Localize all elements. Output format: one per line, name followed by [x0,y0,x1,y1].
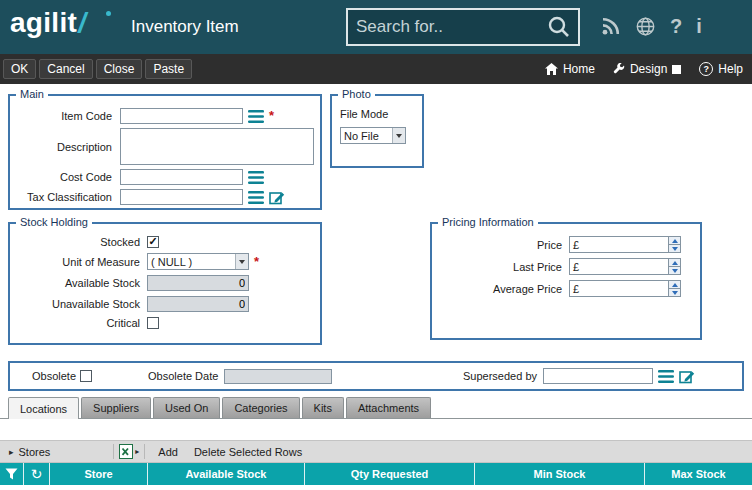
column-header-qty-requested[interactable]: Qty Requested [305,463,475,485]
superseded-by-label: Superseded by [463,370,537,382]
price-input[interactable] [581,237,668,252]
help-label: Help [718,62,743,76]
paste-button[interactable]: Paste [145,59,192,79]
average-price-label: Average Price [440,283,562,295]
unit-of-measure-required-marker: * [254,257,259,267]
add-row-button[interactable]: Add [150,443,186,461]
file-mode-select[interactable]: No File [340,127,406,144]
main-section: Main Item Code * Description Cost Code T… [8,94,322,210]
logo-mark: / [78,7,86,38]
description-input[interactable] [120,128,314,165]
tab-locations[interactable]: Locations [8,397,79,419]
superseded-by-lookup-icon[interactable] [658,370,674,383]
stocked-label: Stocked [16,236,140,248]
cancel-button[interactable]: Cancel [39,59,92,79]
tab-used-on[interactable]: Used On [153,397,220,418]
search-input[interactable] [348,17,547,37]
help-button[interactable]: ? Help [690,54,752,84]
toolbar-right: Home Design ? Help [536,54,752,84]
logo-text: agilit [10,7,77,38]
last-price-input-group: £ [569,258,681,275]
superseded-by-input[interactable] [543,368,653,384]
tab-kits[interactable]: Kits [302,397,344,418]
available-stock-row: Available Stock [16,275,314,291]
price-spin-up[interactable] [669,237,680,244]
unit-of-measure-row: Unit of Measure ( NULL ) * [16,253,314,270]
tab-attachments[interactable]: Attachments [346,397,431,418]
globe-icon[interactable] [635,16,656,37]
average-price-input-group: £ [569,280,681,297]
unavailable-stock-label: Unavailable Stock [16,298,140,310]
price-spin-down[interactable] [669,244,680,252]
unit-of-measure-label: Unit of Measure [16,256,140,268]
average-price-spin-up[interactable] [669,281,680,288]
main-legend: Main [16,88,48,100]
stock-holding-legend: Stock Holding [16,216,92,228]
help-circle-icon: ? [699,62,713,76]
design-checkbox[interactable] [672,65,681,74]
last-price-spin-down[interactable] [669,266,680,274]
tab-suppliers[interactable]: Suppliers [81,397,151,418]
home-button[interactable]: Home [536,54,604,84]
tax-classification-lookup-icon[interactable] [248,191,264,204]
tax-classification-row: Tax Classification [16,189,314,205]
search-box[interactable] [346,8,580,46]
header-icons: ? i [601,15,702,37]
item-code-lookup-icon[interactable] [248,110,264,123]
stores-title[interactable]: Stores [19,446,51,458]
pricing-legend: Pricing Information [438,216,538,228]
delete-selected-rows-button[interactable]: Delete Selected Rows [186,443,310,461]
cost-code-input[interactable] [120,169,243,185]
column-header-store[interactable]: Store [50,463,148,485]
rss-icon[interactable] [601,16,621,36]
price-spinner [668,237,680,252]
average-price-currency: £ [570,281,581,296]
column-header-available-stock[interactable]: Available Stock [148,463,305,485]
last-price-label: Last Price [440,261,562,273]
cost-code-lookup-icon[interactable] [248,171,264,184]
export-menu-arrow-icon[interactable]: ▸ [135,447,139,456]
average-price-spin-down[interactable] [669,288,680,296]
file-mode-value: No File [341,130,392,142]
form-content: Main Item Code * Description Cost Code T… [0,84,752,490]
average-price-row: Average Price £ [440,280,692,297]
info-icon[interactable]: i [696,15,702,37]
tax-classification-label: Tax Classification [16,191,112,203]
price-currency: £ [570,237,581,252]
last-price-currency: £ [570,259,581,274]
stocked-checkbox[interactable] [147,236,159,248]
obsolete-date-input [224,369,332,384]
divider [144,444,145,459]
unavailable-stock-input [147,296,249,312]
stocked-row: Stocked [16,236,314,248]
average-price-spinner [668,281,680,296]
home-label: Home [563,62,595,76]
unit-of-measure-value: ( NULL ) [148,256,235,268]
price-input-group: £ [569,236,681,253]
unit-of-measure-select[interactable]: ( NULL ) [147,253,249,270]
help-icon[interactable]: ? [670,15,682,37]
last-price-input[interactable] [581,259,668,274]
tab-categories[interactable]: Categories [222,397,299,418]
stores-expand-arrow-icon[interactable]: ▸ [9,447,14,457]
dropdown-arrow-icon [235,254,248,269]
grid-filter-icon[interactable] [0,463,24,485]
grid-refresh-icon[interactable]: ↻ [24,463,50,485]
ok-button[interactable]: OK [3,59,36,79]
item-code-input[interactable] [120,108,243,124]
search-icon[interactable] [547,15,571,39]
superseded-by-edit-icon[interactable] [679,369,696,384]
column-header-max-stock[interactable]: Max Stock [645,463,752,485]
excel-export-icon[interactable] [119,444,133,459]
critical-checkbox[interactable] [147,317,159,329]
column-header-min-stock[interactable]: Min Stock [475,463,645,485]
last-price-spinner [668,259,680,274]
cost-code-label: Cost Code [16,171,112,183]
average-price-input[interactable] [581,281,668,296]
design-button[interactable]: Design [604,54,690,84]
obsolete-checkbox[interactable] [80,370,92,382]
last-price-spin-up[interactable] [669,259,680,266]
tax-classification-input[interactable] [120,189,243,205]
tax-classification-edit-icon[interactable] [269,190,286,205]
close-button[interactable]: Close [96,59,143,79]
